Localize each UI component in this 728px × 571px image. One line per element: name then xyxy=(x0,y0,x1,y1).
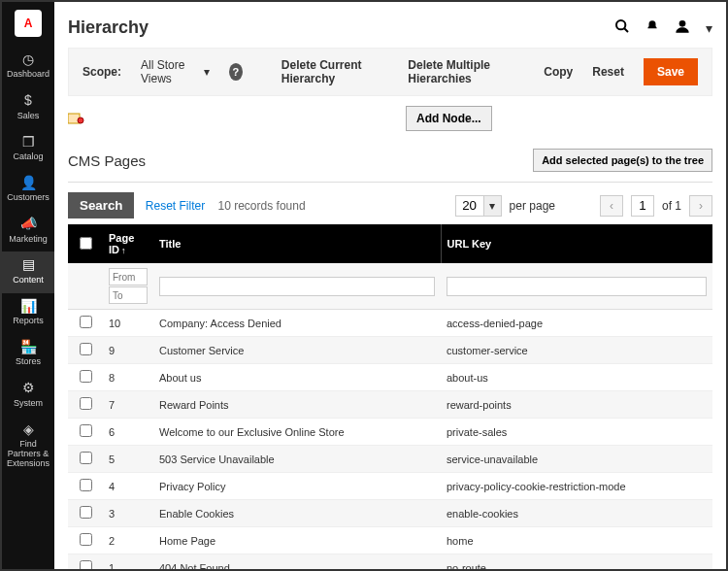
nav-catalog[interactable]: ❒Catalog xyxy=(2,129,54,170)
nav-system[interactable]: ⚙System xyxy=(2,375,54,416)
table-row[interactable]: 2Home Pagehome xyxy=(68,527,712,554)
search-button[interactable]: Search xyxy=(68,192,134,218)
nav-label: Dashboard xyxy=(4,70,52,80)
main-panel: Hierarchy ▾ Scope: All Store Views ▾ xyxy=(54,2,726,569)
reset-filter-link[interactable]: Reset Filter xyxy=(146,199,205,213)
scope-value: All Store Views xyxy=(141,58,200,85)
row-checkbox[interactable] xyxy=(80,533,92,546)
row-url-key: enable-cookies xyxy=(441,500,712,527)
svg-point-0 xyxy=(616,20,625,29)
table-row[interactable]: 6Welcome to our Exclusive Online Storepr… xyxy=(68,419,712,446)
filter-id-from[interactable] xyxy=(109,268,148,286)
search-icon[interactable] xyxy=(614,18,630,37)
save-button[interactable]: Save xyxy=(644,58,698,85)
filter-title[interactable] xyxy=(159,277,435,296)
table-row[interactable]: 10Company: Access Deniedaccess-denied-pa… xyxy=(68,310,712,337)
row-title: 404 Not Found xyxy=(153,554,441,570)
page-title: Hierarchy xyxy=(68,17,149,38)
nav-content[interactable]: ▤Content xyxy=(2,252,54,292)
row-checkbox[interactable] xyxy=(80,560,92,569)
tree-expand-icon[interactable] xyxy=(68,112,85,125)
row-url-key: home xyxy=(441,527,712,554)
reset-button[interactable]: Reset xyxy=(592,65,624,79)
row-title: Enable Cookies xyxy=(153,500,441,527)
prev-page-button[interactable]: ‹ xyxy=(600,195,623,217)
sort-asc-icon: ↑ xyxy=(121,246,126,255)
delete-multiple-button[interactable]: Delete Multiple Hierarchies xyxy=(408,58,524,85)
nav-label: Sales xyxy=(4,112,52,121)
nav-partners[interactable]: ◈Find Partners & Extensions xyxy=(2,417,54,477)
row-checkbox[interactable] xyxy=(80,424,92,437)
row-title: Customer Service xyxy=(153,337,441,364)
row-page-id: 7 xyxy=(103,391,153,419)
per-page-dropdown[interactable]: ▾ xyxy=(484,195,502,217)
row-page-id: 5 xyxy=(103,446,153,473)
row-checkbox[interactable] xyxy=(80,397,92,410)
row-title: About us xyxy=(153,364,441,391)
table-row[interactable]: 3Enable Cookiesenable-cookies xyxy=(68,500,712,527)
nav-label: Customers xyxy=(4,193,52,203)
nav-label: Marketing xyxy=(4,235,52,245)
action-bar: Scope: All Store Views ▾ ? Delete Curren… xyxy=(68,48,712,96)
nav-label: Stores xyxy=(4,357,52,367)
row-title: Reward Points xyxy=(153,391,441,419)
svg-point-2 xyxy=(679,20,686,27)
page-number-input[interactable] xyxy=(631,195,654,217)
grid-controls: Search Reset Filter 10 records found ▾ p… xyxy=(68,192,712,218)
row-checkbox[interactable] xyxy=(80,452,92,464)
add-node-button[interactable]: Add Node... xyxy=(406,106,492,131)
table-row[interactable]: 1404 Not Foundno-route xyxy=(68,554,712,570)
cms-pages-grid: Page ID↑ Title URL Key 10Company: Access… xyxy=(68,224,712,569)
user-menu-caret[interactable]: ▾ xyxy=(706,20,712,36)
delete-current-button[interactable]: Delete Current Hierarchy xyxy=(281,58,389,85)
table-row[interactable]: 9Customer Servicecustomer-service xyxy=(68,337,712,364)
bell-icon[interactable] xyxy=(645,19,659,36)
next-page-button[interactable]: › xyxy=(689,195,712,217)
filter-url-key[interactable] xyxy=(447,277,707,296)
stores-icon: 🏪 xyxy=(4,340,52,354)
catalog-icon: ❒ xyxy=(4,135,52,150)
table-row[interactable]: 5503 Service Unavailableservice-unavaila… xyxy=(68,446,712,473)
add-pages-button[interactable]: Add selected page(s) to the tree xyxy=(533,149,712,172)
nav-sales[interactable]: $Sales xyxy=(2,87,54,128)
row-page-id: 1 xyxy=(103,554,153,570)
page-total: of 1 xyxy=(662,199,681,213)
col-url-key[interactable]: URL Key xyxy=(441,224,712,263)
row-url-key: access-denied-page xyxy=(441,310,712,337)
row-page-id: 9 xyxy=(103,337,153,364)
row-url-key: private-sales xyxy=(441,419,712,446)
per-page-input[interactable] xyxy=(455,195,484,217)
row-checkbox[interactable] xyxy=(80,479,92,491)
logo: A xyxy=(15,10,42,37)
row-url-key: about-us xyxy=(441,364,712,391)
help-icon[interactable]: ? xyxy=(229,63,243,81)
table-row[interactable]: 7Reward Pointsreward-points xyxy=(68,391,712,419)
table-row[interactable]: 8About usabout-us xyxy=(68,364,712,391)
section-title: CMS Pages xyxy=(68,152,146,169)
nav-marketing[interactable]: 📣Marketing xyxy=(2,211,54,252)
col-page-id[interactable]: Page ID↑ xyxy=(103,224,153,263)
scope-selector[interactable]: All Store Views ▾ xyxy=(141,58,210,85)
page-header: Hierarchy ▾ xyxy=(68,10,712,48)
row-checkbox[interactable] xyxy=(80,316,92,328)
row-checkbox[interactable] xyxy=(80,343,92,355)
nav-customers[interactable]: 👤Customers xyxy=(2,170,54,211)
system-icon: ⚙ xyxy=(4,381,52,395)
nav-dashboard[interactable]: ◷Dashboard xyxy=(2,47,54,87)
user-icon[interactable] xyxy=(675,18,690,37)
chevron-down-icon: ▾ xyxy=(204,65,210,79)
nav-reports[interactable]: 📊Reports xyxy=(2,293,54,334)
filter-row xyxy=(68,263,712,310)
col-title[interactable]: Title xyxy=(153,224,441,263)
row-url-key: customer-service xyxy=(441,337,712,364)
row-checkbox[interactable] xyxy=(80,370,92,383)
nav-stores[interactable]: 🏪Stores xyxy=(2,334,54,375)
customers-icon: 👤 xyxy=(4,176,52,190)
filter-id-to[interactable] xyxy=(109,286,148,304)
copy-button[interactable]: Copy xyxy=(544,65,573,79)
row-checkbox[interactable] xyxy=(80,506,92,519)
table-row[interactable]: 4Privacy Policyprivacy-policy-cookie-res… xyxy=(68,473,712,500)
select-all-checkbox[interactable] xyxy=(80,237,92,250)
row-title: Company: Access Denied xyxy=(153,310,441,337)
dashboard-icon: ◷ xyxy=(4,52,52,67)
